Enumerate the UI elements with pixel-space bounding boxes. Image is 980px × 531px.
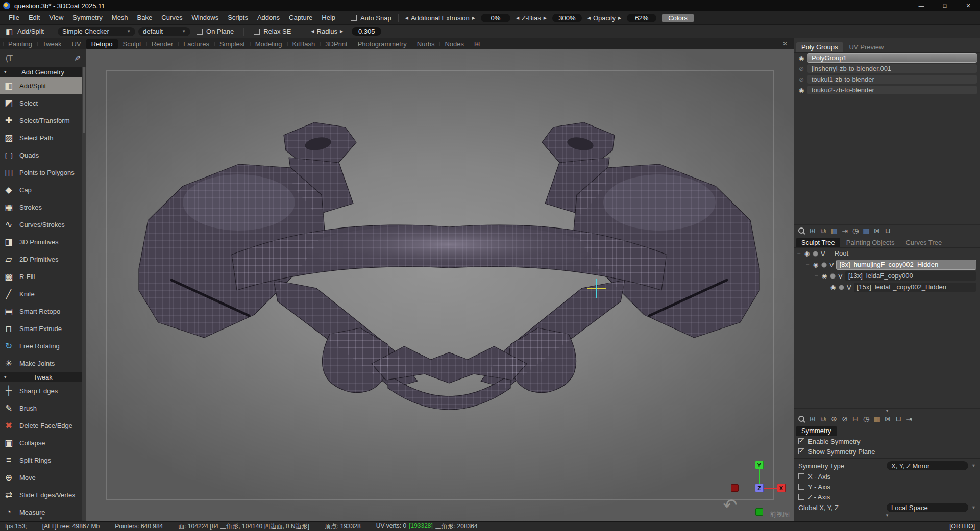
voxel-mode-icon[interactable]: V	[846, 284, 852, 291]
menu-item[interactable]: Mesh	[107, 12, 133, 24]
menu-item[interactable]: File	[4, 12, 24, 24]
polygroup-name[interactable]: toukui1-zb-to-blender	[807, 75, 977, 84]
tool-item[interactable]: ▾ ✚ Select/Transform	[0, 112, 86, 129]
gizmo-neg-axis-button[interactable]	[731, 484, 739, 492]
gizmo-bottom-view-button[interactable]	[755, 508, 763, 516]
additional-extrusion-value[interactable]: 0%	[481, 14, 510, 22]
export-icon[interactable]	[904, 415, 914, 423]
tree-node-name[interactable]: Root	[828, 249, 851, 258]
tool-item[interactable]: ▾ ◩ Select	[0, 94, 86, 112]
menu-item[interactable]: Bake	[133, 12, 157, 24]
workspace-tab[interactable]: Render	[146, 39, 179, 49]
spinner-left-icon[interactable]: ◀	[405, 16, 408, 20]
polygroup-name[interactable]: jinshenyi-zb-to-blender.001	[807, 64, 977, 73]
show-symmetry-plane-checkbox[interactable]: Show Symmetry Plane	[794, 446, 980, 457]
delete-doc-icon[interactable]	[872, 226, 881, 235]
axis-checkbox[interactable]: X - Axis	[794, 471, 980, 482]
polygroup-row[interactable]: jinshenyi-zb-to-blender.001	[794, 63, 980, 74]
sidebar-scrollbar[interactable]	[82, 67, 86, 521]
gizmo-x-axis[interactable]: X	[777, 484, 786, 492]
tool-item[interactable]: ▾ ⊓ Smart Extrude	[0, 320, 86, 337]
minimize-button[interactable]: —	[910, 0, 933, 11]
spinner-left-icon[interactable]: ◀	[516, 16, 519, 20]
polygroup-name[interactable]: toukui2-zb-to-blender	[807, 86, 977, 94]
sculpt-tree-row[interactable]: − V [13x] leidaF_copy000	[794, 270, 980, 282]
tool-item[interactable]: ▾ ╱ Knife	[0, 285, 86, 302]
tool-item[interactable]: ▾ Add Geometry	[0, 67, 86, 77]
polygroup-row[interactable]: PolyGroup1	[794, 53, 980, 63]
tool-item[interactable]: ▾ ✖ Delete Face/Edge	[0, 417, 86, 434]
trash-icon[interactable]	[894, 415, 903, 423]
workspace-tab[interactable]: Sculpt	[118, 39, 146, 49]
polygroup-name[interactable]: PolyGroup1	[807, 54, 977, 62]
tab-sculpt-tree[interactable]: Sculpt Tree	[796, 238, 840, 247]
tool-item[interactable]: ▾ ⊕ Move	[0, 469, 86, 486]
workspace-tab[interactable]: Painting	[3, 39, 37, 49]
history-icon[interactable]	[862, 415, 871, 423]
tab-curves-tree[interactable]: Curves Tree	[900, 238, 947, 247]
polygroup-row[interactable]: toukui2-zb-to-blender	[794, 85, 980, 95]
sidebar-overflow-icon[interactable]: ▾	[0, 516, 82, 521]
duplicate-icon[interactable]	[819, 226, 828, 235]
no-plane-icon[interactable]	[840, 415, 849, 423]
collapse-icon[interactable]: −	[805, 261, 810, 268]
menu-item[interactable]: Symmetry	[68, 12, 107, 24]
spinner-right-icon[interactable]: ▶	[472, 16, 475, 20]
enable-symmetry-checkbox[interactable]: Enable Symmetry	[794, 436, 980, 446]
tool-item[interactable]: ▾ ◆ Cap	[0, 181, 86, 198]
retopo-mesh-model[interactable]	[86, 49, 794, 521]
menu-item[interactable]: Scripts	[223, 12, 253, 24]
workspace-tab[interactable]: Tweak	[37, 39, 67, 49]
auto-snap-checkbox[interactable]: Auto Snap	[348, 14, 395, 22]
tool-item[interactable]: ▾ ▱ 2D Primitives	[0, 250, 86, 268]
undo-arrow-icon[interactable]: ↶	[723, 496, 738, 514]
material-orb-icon[interactable]	[839, 285, 844, 290]
polygroup-row[interactable]: toukui1-zb-to-blender	[794, 74, 980, 85]
workspace-tab[interactable]: Photogrammetry	[353, 39, 412, 49]
tool-item[interactable]: ▾ ▦ Strokes	[0, 198, 86, 216]
radius-spinner[interactable]: ◀ Radius ▶	[308, 28, 346, 35]
workspace-tab[interactable]: 3DPrint	[320, 39, 352, 49]
z-bias-value[interactable]: 300%	[552, 14, 582, 22]
tool-item[interactable]: ▾ ▤ Smart Retopo	[0, 302, 86, 320]
visibility-eye-icon[interactable]	[797, 76, 805, 83]
tool-item[interactable]: ▾ ∿ Curves/Strokes	[0, 216, 86, 233]
spinner-left-icon[interactable]: ◀	[311, 29, 314, 34]
visibility-eye-icon[interactable]	[820, 272, 828, 280]
voxel-mode-icon[interactable]: V	[837, 272, 844, 280]
collapse-icon[interactable]: −	[814, 272, 819, 280]
tool-item[interactable]: ▾ ▩ R-Fill	[0, 268, 86, 285]
visibility-eye-icon[interactable]	[812, 261, 820, 268]
menu-item[interactable]: Windows	[187, 12, 223, 24]
voxel-mode-icon[interactable]: V	[820, 250, 826, 258]
close-button[interactable]: ✕	[957, 0, 980, 11]
workspace-tab[interactable]: Simplest	[214, 39, 250, 49]
panel-resize-handle-icon[interactable]: ▾	[794, 409, 980, 413]
duplicate-icon[interactable]	[819, 415, 828, 423]
preset-dropdown[interactable]: default ▼	[138, 27, 190, 36]
gizmo-z-axis[interactable]: Z	[755, 484, 764, 492]
gizmo-y-axis[interactable]: Y	[755, 461, 764, 469]
sphere-icon[interactable]	[829, 415, 839, 423]
collapse-icon[interactable]: −	[796, 250, 801, 257]
tool-item[interactable]: ▾ ▢ Quads	[0, 146, 86, 164]
import-icon[interactable]	[840, 226, 849, 235]
additional-extrusion-spinner[interactable]: ◀ Additional Extrusion ▶	[402, 14, 478, 22]
visibility-eye-icon[interactable]	[797, 55, 805, 62]
workspace-tab[interactable]: UV	[67, 39, 86, 49]
workspace-tab[interactable]: KitBash	[287, 39, 321, 49]
workspace-tab[interactable]: Factures	[178, 39, 214, 49]
radius-value[interactable]: 0.305	[352, 27, 381, 36]
z-bias-spinner[interactable]: ◀ Z-Bias ▶	[513, 14, 550, 22]
tool-item[interactable]: ▾ ◨ 3D Primitives	[0, 233, 86, 250]
material-orb-icon[interactable]	[813, 251, 818, 257]
tool-item[interactable]: ▾ ◧ Add/Split	[0, 77, 86, 94]
sculpt-tree-row[interactable]: − V [8x] humujingF_copy002_Hidden	[794, 259, 980, 270]
material-orb-icon[interactable]	[821, 262, 827, 268]
axis-checkbox[interactable]: Z - Axis	[794, 492, 980, 502]
tab-uv-preview[interactable]: UV Preview	[844, 42, 889, 52]
voxel-mode-icon[interactable]: V	[828, 261, 835, 269]
tool-item[interactable]: ▾ ✎ Brush	[0, 399, 86, 417]
tool-item[interactable]: ▾ ↻ Free Rotating	[0, 337, 86, 355]
add-node-icon[interactable]	[808, 415, 817, 423]
